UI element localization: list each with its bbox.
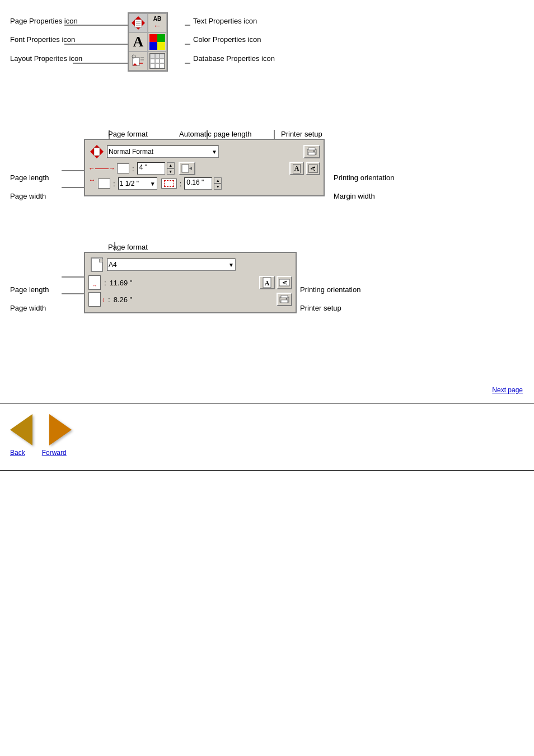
d1-page-length-label: Page length [10,173,49,182]
svg-point-34 [313,151,315,152]
d1-printing-orientation-label: Printing orientation [334,173,394,182]
back-arrow[interactable] [10,414,32,445]
d1-portrait-btn[interactable]: A [289,162,304,175]
d1-printer-button[interactable] [303,145,320,158]
d1-format-dropdown[interactable]: Normal Format ▼ [107,145,219,158]
d2-page-length-value: 11.69 " [110,279,149,287]
svg-text:A: A [265,279,270,287]
navigation-section: Back Forward [10,414,72,457]
color-properties-label: Color Properties icon [193,35,261,44]
svg-rect-43 [281,295,288,298]
d2-portrait-btn[interactable]: A [259,276,275,289]
forward-link[interactable]: Forward [42,449,67,457]
dialog2-panel: A4 ▼ ↔ : 11.69 " A A [84,252,297,313]
svg-rect-23 [133,58,139,65]
svg-point-45 [286,298,288,300]
forward-arrow[interactable] [49,414,72,445]
color-properties-icon[interactable] [148,32,167,51]
text-properties-label: Text Properties icon [193,17,257,25]
d1-page-width-dropdown[interactable]: 1 1/2 " ▼ [118,177,157,190]
top-rule [0,403,534,403]
bottom-rule [0,470,534,471]
svg-text:A: A [282,280,288,285]
d1-page-icon [88,143,105,160]
d1-auto-label: Automatic page length [179,130,251,138]
right-link[interactable]: Next page [492,386,523,394]
back-link[interactable]: Back [10,449,25,457]
database-properties-icon[interactable] [148,51,167,71]
d2-page-length-label: Page length [10,285,49,294]
d2-format-dropdown[interactable]: A4 ▼ [107,259,236,271]
d2-printing-orientation-label: Printing orientation [300,285,360,294]
icon-grid: AB ← A [128,12,168,72]
d1-margin-width-label: Margin width [334,192,375,200]
d2-page-width-value: 8.26 " [114,295,153,304]
page-properties-label: Page Properties icon [10,17,78,25]
d1-landscape-btn[interactable]: A [306,162,320,175]
d2-printer-button[interactable] [277,293,292,306]
d1-page-length-spinner[interactable]: ▲ ▼ [167,162,175,175]
text-properties-icon[interactable]: AB ← [148,13,167,32]
svg-rect-30 [94,148,100,156]
d2-printer-setup-label: Printer setup [300,304,341,312]
page-properties-icon[interactable] [129,13,148,32]
svg-rect-32 [308,148,315,150]
d1-printer-label: Printer setup [281,130,322,138]
svg-rect-44 [281,300,288,303]
d1-margin-input[interactable]: 0.16 " [184,177,212,190]
d1-page-length-input[interactable]: 4 " [137,162,165,175]
svg-rect-33 [308,152,315,155]
font-properties-label: Font Properties icon [10,35,75,44]
d2-page-icon [88,256,105,273]
d1-page-width-label: Page width [10,192,46,200]
font-properties-icon[interactable]: A [129,32,148,51]
layout-properties-icon[interactable] [129,51,148,71]
d1-page-format-label: Page format [108,130,148,138]
d2-page-width-label: Page width [10,304,46,312]
dialog1-panel: Normal Format ▼ ←——→ : 4 " ▲ ▼ [84,139,325,196]
layout-properties-label: Layout Properites icon [10,54,82,63]
d1-auto-page-btn[interactable] [179,162,195,175]
svg-rect-35 [182,165,189,172]
d2-page-format-label: Page format [108,243,148,251]
database-properties-label: Database Properties icon [193,54,275,63]
d1-margin-spinner[interactable]: ▲ ▼ [214,177,222,190]
d2-landscape-btn[interactable]: A [277,276,292,289]
